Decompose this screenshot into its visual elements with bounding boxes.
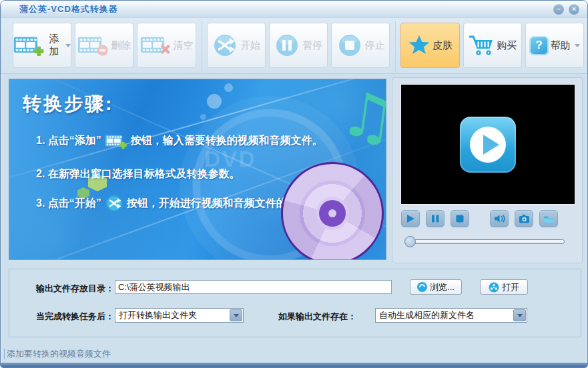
pause-button[interactable]: 暂停	[269, 23, 328, 68]
player-controls	[401, 210, 558, 227]
help-button-label: 帮助	[551, 39, 571, 52]
buy-button-label: 购买	[497, 39, 517, 52]
statusbar-divider	[4, 349, 5, 359]
instructions-heading: 转换步骤:	[23, 91, 113, 117]
step3-prefix: 3. 点击“开始”	[36, 197, 101, 211]
player-play-icon	[404, 213, 416, 224]
film-add-icon	[13, 34, 45, 57]
help-dropdown-arrow-icon	[575, 44, 580, 47]
start-convert-icon	[212, 32, 238, 59]
dvd-disc-graphic	[281, 162, 384, 260]
decor-bubble	[200, 114, 206, 120]
folder-icon	[543, 213, 555, 224]
player-play-button[interactable]	[401, 210, 420, 227]
instruction-step-2: 2. 在新弹出窗口选择目标格式及转换参数。	[36, 167, 240, 181]
add-button[interactable]: 添加	[13, 23, 71, 68]
output-settings-panel: 输出文件存放目录： 浏览... 打开 当完成转换任务后： 打开转换输出文件夹 如…	[9, 269, 581, 337]
help-button[interactable]: ? 帮助	[525, 23, 584, 68]
if-exists-label: 如果输出文件存在：	[278, 311, 356, 323]
toolbar-separator	[395, 21, 396, 72]
player-stop-button[interactable]	[451, 210, 469, 227]
open-button[interactable]: 打开	[480, 279, 528, 295]
browse-button-label: 浏览...	[430, 281, 455, 293]
question-glyph: ?	[535, 39, 542, 52]
disc-center	[319, 200, 346, 227]
player-pause-button[interactable]	[426, 210, 445, 227]
after-task-value: 打开转换输出文件夹	[115, 309, 229, 321]
decor-bubble	[224, 83, 233, 92]
start-button[interactable]: 开始	[207, 23, 266, 68]
player-stop-icon	[454, 213, 466, 224]
instruction-step-3: 3. 点击“开始” 按钮，开始进行视频和音频文件的转换。	[36, 194, 319, 213]
stop-button-label: 停止	[365, 39, 385, 52]
film-remove-icon	[77, 34, 109, 57]
help-icon: ?	[529, 36, 549, 55]
clear-button-label: 清空	[174, 39, 194, 52]
close-icon: ×	[572, 5, 576, 13]
music-note-icon: ♫	[335, 79, 386, 155]
delete-button-label: 删除	[111, 39, 131, 52]
stop-icon	[336, 32, 363, 59]
if-exists-value: 自动生成相应的新文件名	[376, 309, 513, 321]
browse-button[interactable]: 浏览...	[410, 279, 462, 295]
start-inline-icon	[105, 194, 123, 213]
decor-bubble	[207, 94, 222, 109]
player-snapshot-button[interactable]	[515, 210, 533, 227]
toolbar-separator	[202, 21, 202, 72]
player-panel	[392, 77, 583, 263]
after-task-arrow-button[interactable]	[230, 309, 242, 321]
add-dropdown-arrow-icon	[65, 44, 71, 47]
after-task-label: 当完成转换任务后：	[36, 311, 114, 323]
title-bar: 蒲公英-VCD格式转换器 – ×	[1, 1, 587, 18]
buy-button[interactable]: 购买	[463, 23, 522, 68]
status-bar: 添加要转换的视频音频文件	[2, 345, 586, 363]
toolbar: 添加 删除	[1, 18, 587, 74]
app-window: 蒲公英-VCD格式转换器 – × 添加	[0, 0, 588, 368]
minimize-button[interactable]: –	[553, 4, 564, 15]
play-circle	[470, 127, 506, 163]
window-title: 蒲公英-VCD格式转换器	[19, 3, 118, 15]
add-button-label: 添加	[47, 33, 61, 58]
close-button[interactable]: ×	[569, 4, 579, 15]
skin-button-label: 皮肤	[432, 39, 453, 52]
film-clear-icon	[140, 34, 172, 57]
instruction-step-1: 1. 点击“添加” 按钮，输入需要转换的视频和音频文件。	[36, 133, 323, 149]
browse-icon-swirl	[418, 283, 426, 291]
cart-icon	[468, 34, 495, 57]
clear-button[interactable]: 清空	[137, 23, 196, 68]
play-overlay-button[interactable]	[460, 117, 516, 173]
window-controls: – ×	[553, 4, 579, 15]
camera-icon	[518, 213, 531, 224]
player-pause-icon	[429, 213, 441, 224]
player-folder-button[interactable]	[539, 210, 558, 227]
browse-icon	[417, 282, 427, 292]
step2-text: 2. 在新弹出窗口选择目标格式及转换参数。	[36, 167, 240, 181]
output-dir-input[interactable]	[115, 280, 392, 294]
instructions-panel: ♫ DVD 转换步骤: 1. 点击“添加” 按钮，输入需要转换的视频和音频文件。…	[9, 79, 386, 260]
seek-track[interactable]	[406, 239, 565, 244]
window-bottom-edge	[1, 363, 587, 367]
if-exists-dropdown[interactable]: 自动生成相应的新文件名	[375, 308, 527, 323]
video-preview	[400, 84, 575, 205]
step1-prefix: 1. 点击“添加”	[36, 134, 101, 148]
stop-button[interactable]: 停止	[331, 23, 390, 68]
seek-knob[interactable]	[404, 236, 416, 247]
status-text: 添加要转换的视频音频文件	[7, 348, 111, 360]
player-volume-button[interactable]	[490, 210, 509, 227]
chevron-down-icon	[234, 314, 239, 317]
star-icon	[408, 34, 430, 57]
skin-button[interactable]: 皮肤	[400, 23, 459, 68]
open-button-label: 打开	[502, 281, 519, 293]
step1-suffix: 按钮，输入需要转换的视频和音频文件。	[131, 134, 323, 148]
pause-button-label: 暂停	[302, 39, 322, 52]
disc-hole	[328, 209, 336, 217]
open-reel-icon	[489, 282, 499, 293]
if-exists-arrow-button[interactable]	[513, 309, 526, 321]
volume-icon	[493, 213, 505, 224]
delete-button[interactable]: 删除	[75, 23, 133, 68]
chevron-down-icon	[517, 314, 523, 317]
play-triangle-icon	[483, 135, 499, 155]
seek-slider	[404, 236, 565, 247]
after-task-dropdown[interactable]: 打开转换输出文件夹	[115, 308, 244, 323]
output-dir-label: 输出文件存放目录：	[36, 283, 114, 295]
